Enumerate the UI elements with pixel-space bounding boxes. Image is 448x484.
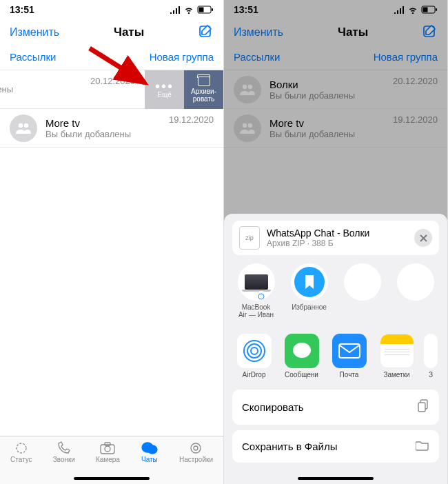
svg-rect-9: [105, 443, 110, 445]
close-button[interactable]: [414, 229, 432, 247]
app-label: AirDrop: [243, 371, 266, 379]
page-title: Чаты: [114, 26, 144, 39]
app-mail[interactable]: Почта: [329, 334, 369, 379]
swipe-archive-label2: ровать: [193, 95, 214, 103]
app-label: Почта: [340, 371, 359, 379]
svg-point-13: [194, 446, 198, 450]
folder-icon: [416, 440, 429, 453]
ellipsis-icon: •••: [155, 81, 174, 91]
airdrop-target-mac[interactable]: MacBook Air — Иван: [234, 263, 278, 319]
notes-icon: [380, 334, 414, 368]
macbook-icon: [245, 274, 268, 290]
home-indicator[interactable]: [298, 477, 374, 480]
chat-row[interactable]: More tv Вы были добавлены 19.12.2020: [0, 109, 223, 148]
svg-point-22: [258, 294, 264, 299]
airdrop-target-favorites[interactable]: Избранное: [287, 263, 332, 319]
status-time: 13:51: [10, 4, 34, 15]
chat-row-swiped[interactable]: добавлены 20.12.2020 ••• Ещё Архиви- ров…: [0, 70, 223, 109]
tab-label: Чаты: [141, 456, 158, 463]
home-indicator[interactable]: [74, 477, 150, 480]
tab-label: Звонки: [53, 456, 75, 463]
svg-rect-29: [418, 403, 425, 412]
compose-button[interactable]: [198, 23, 214, 41]
airdrop-target-blank[interactable]: [393, 263, 438, 319]
chat-date: 20.12.2020: [90, 70, 135, 86]
swipe-more-button[interactable]: ••• Ещё: [145, 70, 184, 109]
share-apps: AirDrop Сообщени Почта Заметки З: [232, 331, 439, 381]
zip-file-icon: zip: [239, 226, 260, 250]
close-icon: [420, 234, 427, 242]
svg-point-26: [293, 343, 311, 358]
app-label: Заметки: [383, 371, 409, 379]
action-copy[interactable]: Скопировать: [232, 390, 439, 425]
cell-signal-icon: [170, 6, 181, 14]
action-label: Скопировать: [242, 401, 304, 413]
target-label: MacBook: [242, 303, 271, 311]
share-actions: Скопировать Сохранить в Файлы: [232, 390, 439, 463]
tab-label: Статус: [10, 456, 32, 463]
subnav: Рассылки Новая группа: [0, 47, 223, 70]
bookmark-icon: [294, 267, 325, 297]
svg-point-24: [247, 344, 261, 358]
chat-name: More tv: [45, 117, 169, 129]
nav-header: Изменить Чаты: [0, 19, 223, 47]
phone-icon: [55, 441, 73, 456]
share-sheet: zip WhatsApp Chat - Волки Архив ZIP · 38…: [224, 214, 447, 484]
airdrop-target-blank[interactable]: [340, 263, 385, 319]
svg-point-5: [24, 123, 28, 127]
airdrop-badge-icon: [256, 291, 267, 301]
tab-bar: Статус Звонки Камера Чаты Настройки: [0, 436, 223, 484]
share-title: WhatsApp Chat - Волки: [267, 228, 414, 239]
svg-rect-27: [339, 344, 360, 358]
camera-icon: [99, 441, 116, 456]
app-notes[interactable]: Заметки: [376, 334, 417, 379]
svg-point-6: [17, 443, 26, 453]
svg-point-23: [251, 347, 258, 354]
chat-subtitle: Вы были добавлены: [45, 129, 169, 139]
app-airdrop[interactable]: AirDrop: [234, 334, 274, 379]
svg-point-8: [105, 446, 110, 452]
svg-point-11: [147, 445, 157, 454]
group-avatar: [10, 114, 37, 142]
svg-point-4: [19, 123, 23, 127]
action-save-files[interactable]: Сохранить в Файлы: [232, 430, 439, 463]
copy-icon: [417, 399, 429, 415]
swipe-archive-button[interactable]: Архиви- ровать: [184, 70, 223, 109]
target-label: Избранное: [292, 303, 327, 311]
status-indicators: [170, 6, 214, 14]
messages-icon: [285, 334, 319, 368]
wifi-icon: [183, 6, 194, 14]
status-bar: 13:51: [0, 0, 223, 19]
target-label: Air — Иван: [238, 311, 274, 319]
chat-subtitle: добавлены: [0, 84, 90, 94]
chats-icon: [141, 441, 159, 456]
newgroup-link[interactable]: Новая группа: [150, 51, 214, 63]
mail-icon: [332, 334, 367, 368]
tab-status[interactable]: Статус: [10, 441, 32, 484]
svg-rect-1: [199, 8, 204, 12]
tab-label: Камера: [96, 456, 120, 463]
broadcast-link[interactable]: Рассылки: [10, 51, 56, 63]
archive-box-icon: [198, 77, 210, 86]
compose-icon: [198, 23, 214, 39]
share-header: zip WhatsApp Chat - Волки Архив ZIP · 38…: [232, 221, 439, 255]
tab-settings[interactable]: Настройки: [179, 441, 213, 484]
app-partial-icon: [424, 334, 438, 368]
chat-date: 19.12.2020: [169, 109, 214, 125]
edit-button[interactable]: Изменить: [10, 26, 59, 39]
app-more[interactable]: З: [424, 334, 438, 379]
tab-calls[interactable]: Звонки: [53, 441, 75, 484]
action-label: Сохранить в Файлы: [242, 441, 338, 452]
app-label: З: [429, 371, 433, 379]
share-subtitle: Архив ZIP · 388 Б: [267, 239, 414, 248]
swipe-archive-label1: Архиви-: [191, 88, 216, 95]
airdrop-targets: MacBook Air — Иван Избранное: [232, 262, 439, 324]
svg-rect-2: [212, 8, 213, 11]
group-icon: [15, 122, 32, 134]
airdrop-icon: [237, 334, 272, 368]
swipe-more-label: Ещё: [157, 91, 171, 99]
battery-icon: [197, 6, 214, 14]
chat-list: добавлены 20.12.2020 ••• Ещё Архиви- ров…: [0, 70, 223, 148]
app-messages[interactable]: Сообщени: [281, 334, 322, 379]
gear-icon: [187, 441, 205, 456]
